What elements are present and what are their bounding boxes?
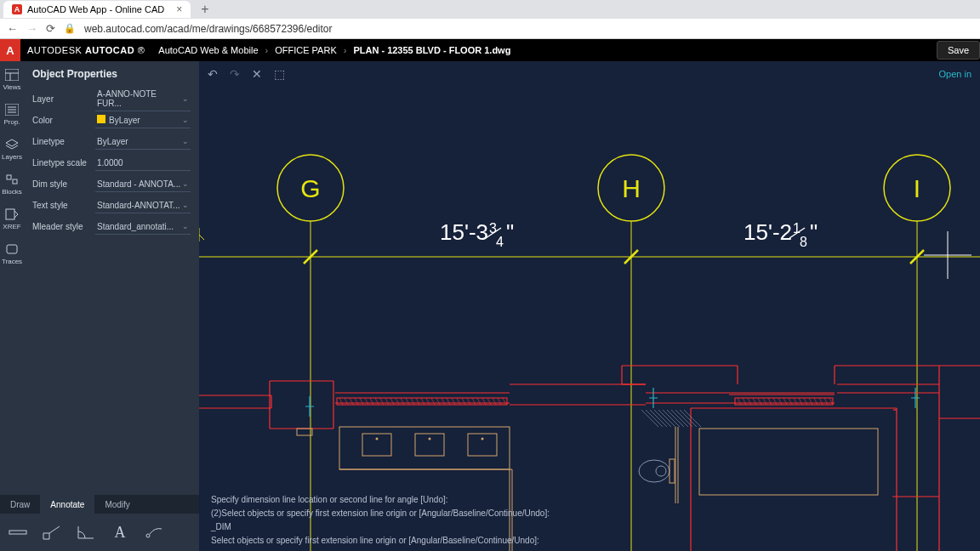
svg-rect-160 — [9, 531, 26, 534]
save-button[interactable]: Save — [937, 41, 980, 60]
drawing-canvas[interactable]: ↶ ↷ ✕ ⬚ Open in GHI15'-334"15'-218" Spec… — [199, 61, 980, 551]
url-field[interactable]: web.autocad.com/acad/me/drawings/6685723… — [84, 23, 333, 35]
leader-icon[interactable] — [43, 523, 61, 542]
select-icon[interactable]: ⬚ — [274, 67, 285, 81]
svg-line-103 — [477, 398, 481, 405]
forward-icon[interactable]: → — [26, 22, 37, 35]
svg-text:4: 4 — [496, 235, 504, 249]
svg-line-114 — [758, 398, 761, 405]
svg-point-140 — [639, 460, 669, 482]
prop-row: ColorByLayer⌄ — [32, 110, 191, 131]
tab-annotate[interactable]: Annotate — [40, 495, 94, 514]
svg-text:8: 8 — [800, 235, 807, 249]
rail-layers[interactable]: Layers — [2, 138, 22, 161]
svg-line-76 — [339, 398, 343, 405]
svg-line-93 — [426, 398, 430, 405]
svg-line-134 — [663, 410, 680, 427]
crumb-file[interactable]: PLAN - 12355 BLVD - FLOOR 1.dwg — [353, 45, 510, 55]
close-tab-icon[interactable]: × — [176, 3, 182, 15]
breadcrumb: AutoCAD Web & Mobile › OFFICE PARK › PLA… — [158, 45, 510, 55]
svg-line-136 — [671, 410, 688, 427]
open-in-link[interactable]: Open in — [938, 69, 971, 79]
svg-line-87 — [396, 398, 399, 405]
svg-line-77 — [345, 398, 348, 405]
prop-value-dropdown[interactable]: 1.0000 — [95, 156, 191, 171]
prop-row: Linetype scale1.0000 — [32, 152, 191, 173]
chevron-down-icon: ⌄ — [182, 179, 189, 188]
svg-line-133 — [658, 410, 675, 427]
svg-line-111 — [743, 398, 746, 405]
back-icon[interactable]: ← — [7, 22, 18, 35]
svg-line-81 — [365, 398, 368, 405]
rail-traces[interactable]: Traces — [2, 242, 22, 265]
prop-value-dropdown[interactable]: A-ANNO-NOTE FUR...⌄ — [95, 87, 191, 111]
svg-line-97 — [447, 398, 450, 405]
prop-label: Linetype — [32, 137, 95, 146]
layers-icon — [5, 139, 19, 151]
undo-icon[interactable]: ↶ — [208, 67, 218, 81]
svg-line-131 — [650, 410, 667, 427]
reload-icon[interactable]: ⟳ — [46, 22, 55, 35]
prop-label: Layer — [32, 94, 95, 104]
linear-dim-icon[interactable] — [9, 523, 27, 542]
rail-xref[interactable]: XREF — [3, 207, 20, 230]
svg-line-94 — [431, 398, 435, 405]
browser-tab[interactable]: A AutoCAD Web App - Online CAD × — [3, 1, 191, 18]
svg-line-79 — [355, 398, 358, 405]
prop-value-dropdown[interactable]: ByLayer⌄ — [95, 134, 191, 150]
redo-icon[interactable]: ↷ — [230, 67, 240, 81]
prop-label: Linetype scale — [32, 158, 95, 168]
prop-value-dropdown[interactable]: Standard-ANNOTAT...⌄ — [95, 198, 191, 213]
svg-rect-71 — [468, 434, 497, 456]
svg-line-119 — [783, 398, 787, 405]
prop-value-dropdown[interactable]: Standard - ANNOTA...⌄ — [95, 177, 191, 192]
new-tab-button[interactable]: + — [201, 2, 208, 17]
svg-marker-7 — [6, 139, 18, 146]
prop-value-dropdown[interactable]: Standard_annotati...⌄ — [95, 219, 191, 235]
svg-line-117 — [773, 398, 777, 405]
svg-point-165 — [146, 534, 150, 537]
prop-label: Mleader style — [32, 222, 95, 231]
svg-line-100 — [462, 398, 465, 405]
properties-panel: Object Properties LayerA-ANNO-NOTE FUR..… — [24, 61, 199, 551]
canvas-toolbar: ↶ ↷ ✕ ⬚ Open in — [199, 61, 980, 87]
svg-line-125 — [814, 398, 818, 405]
tab-title: AutoCAD Web App - Online CAD — [27, 4, 164, 14]
svg-point-68 — [376, 438, 379, 440]
svg-line-124 — [809, 398, 812, 405]
rail-prop[interactable]: Prop. — [3, 103, 20, 126]
crumb-root[interactable]: AutoCAD Web & Mobile — [158, 45, 258, 55]
svg-line-90 — [411, 398, 414, 405]
prop-value-dropdown[interactable]: ByLayer⌄ — [95, 112, 191, 128]
svg-text:15'-3: 15'-3 — [440, 219, 488, 245]
svg-line-108 — [503, 398, 506, 405]
cad-drawing[interactable]: GHI15'-334"15'-218" — [199, 61, 980, 551]
svg-rect-10 — [6, 209, 14, 219]
tab-modify[interactable]: Modify — [94, 495, 140, 514]
crumb-project[interactable]: OFFICE PARK — [275, 45, 337, 55]
svg-line-116 — [768, 398, 772, 405]
panel-title: Object Properties — [32, 68, 191, 80]
svg-line-126 — [819, 398, 823, 405]
tab-draw[interactable]: Draw — [0, 495, 40, 514]
rail-blocks[interactable]: Blocks — [2, 173, 22, 196]
snap-icon[interactable]: ✕ — [252, 67, 262, 81]
text-icon[interactable]: A — [111, 523, 129, 542]
app-logo: A — [0, 39, 20, 61]
svg-line-98 — [452, 398, 455, 405]
svg-rect-67 — [362, 434, 391, 456]
angle-dim-icon[interactable] — [77, 523, 95, 542]
svg-rect-75 — [337, 398, 507, 405]
svg-line-105 — [487, 398, 491, 405]
svg-line-101 — [467, 398, 470, 405]
svg-line-121 — [794, 398, 797, 405]
svg-rect-143 — [699, 429, 878, 495]
svg-line-104 — [482, 398, 486, 405]
svg-line-85 — [385, 398, 389, 405]
svg-line-118 — [778, 398, 782, 405]
rail-views[interactable]: Views — [3, 68, 20, 91]
mode-tabs: Draw Annotate Modify — [0, 495, 199, 514]
mleader-icon[interactable] — [145, 523, 163, 542]
svg-line-88 — [401, 398, 404, 405]
svg-text:I: I — [914, 174, 920, 202]
